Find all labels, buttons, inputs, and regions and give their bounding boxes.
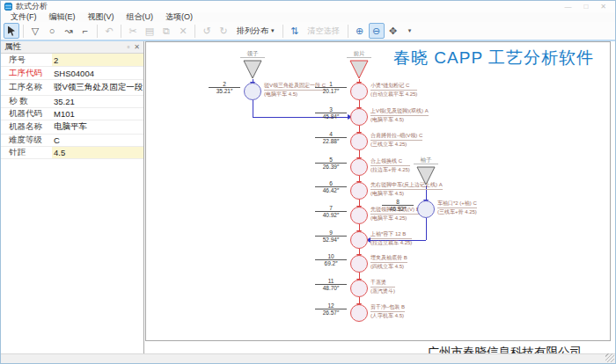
property-value[interactable]: 2	[52, 54, 143, 66]
node-seconds: 26.39″	[315, 164, 347, 171]
maximize-button[interactable]: □	[583, 1, 588, 12]
node-process-name: 干蒸烫	[370, 279, 395, 288]
process-node-7[interactable]	[350, 207, 368, 224]
node-machine: (四线立车 4.5)	[370, 263, 407, 271]
node-seconds: 45.84″	[315, 113, 347, 120]
rotate-right-icon[interactable]: ↻	[216, 23, 231, 39]
zoom-in-icon[interactable]: ⊕	[352, 23, 368, 39]
process-node-3[interactable]	[350, 108, 368, 126]
node-seconds: 22.88″	[315, 138, 347, 145]
node-time-fraction: 740.92″	[315, 205, 347, 219]
node-number: 2	[209, 81, 240, 88]
app-icon	[4, 3, 12, 11]
pan-icon[interactable]: ✥	[385, 23, 401, 39]
delete-icon[interactable]: ✕	[175, 23, 191, 39]
node-time-fraction: 120.17″	[315, 81, 347, 95]
ellipse-tool[interactable]: ○	[44, 23, 60, 39]
node-machine: (电脑平车 4.25)	[370, 215, 420, 222]
status-bar	[1, 353, 615, 363]
close-panel-icon[interactable]: ✕	[134, 43, 140, 51]
node-time-fraction: 846.92″	[382, 199, 414, 213]
process-node-8[interactable]	[417, 200, 435, 218]
node-number: 10	[315, 253, 347, 260]
pointer-tool[interactable]	[4, 23, 19, 39]
property-row: 机器代码M101	[1, 108, 143, 120]
toolbar: ▽○↝⌐↶✂▤⧉✕↺↻排列分布▾⇅清空选择⊕⊖✥▾	[1, 22, 615, 40]
rotate-left-icon[interactable]: ↺	[199, 23, 215, 39]
toolbar-separator	[194, 25, 195, 38]
property-label: 工序代码	[1, 68, 52, 79]
toolbar-separator	[23, 25, 24, 38]
triangle-label: 前片	[347, 50, 371, 58]
property-value[interactable]: 35.21	[52, 96, 143, 107]
process-node-9[interactable]	[350, 231, 368, 249]
node-machine: (三线立车 4.25)	[370, 141, 422, 149]
drawing-canvas[interactable]: 春晓 CAPP 工艺分析软件 领子前片袖子235.21″驳V领三角处及固定一段 …	[145, 41, 611, 341]
node-machine: (自动立裁平车 4.25)	[370, 91, 417, 98]
toolbar-separator	[97, 25, 98, 38]
property-value[interactable]: 电脑平车	[52, 120, 143, 134]
overflow-icon[interactable]: ▾	[402, 23, 418, 39]
properties-panel: 属性 ▫✕ 序号2工序代码SHS04004工序名称驳V领三角处及固定一段秒 数3…	[1, 41, 144, 355]
menu-file[interactable]: 文件(F)	[4, 12, 43, 22]
cut-icon[interactable]: ✂	[125, 23, 141, 39]
property-value[interactable]: M101	[52, 108, 143, 120]
property-value[interactable]: C	[52, 135, 143, 146]
process-node-5[interactable]	[350, 158, 368, 176]
source-triangle-icon[interactable]	[243, 60, 262, 79]
property-label: 序号	[1, 55, 52, 66]
minimize-button[interactable]: —	[564, 1, 571, 12]
node-time-fraction: 646.42″	[315, 180, 347, 194]
property-row: 序号2	[1, 54, 143, 67]
process-node-10[interactable]	[350, 255, 368, 273]
node-time-fraction: 235.21″	[209, 81, 240, 95]
property-label: 针距	[1, 147, 52, 158]
workspace: 属性 ▫✕ 序号2工序代码SHS04004工序名称驳V领三角处及固定一段秒 数3…	[1, 41, 615, 355]
copy-icon[interactable]: ▤	[142, 23, 158, 39]
process-node-2[interactable]	[244, 83, 261, 100]
node-number: 11	[315, 278, 347, 285]
node-seconds: 52.94″	[315, 237, 347, 244]
node-time-fraction: 345.84″	[315, 106, 347, 120]
property-value[interactable]: SHS04004	[52, 67, 143, 79]
menu-options[interactable]: 选项(O)	[159, 12, 199, 22]
node-machine: (拉边车+骨 4.25)	[370, 166, 410, 174]
zoom-out-icon[interactable]: ⊖	[369, 23, 385, 39]
node-seconds: 46.92″	[382, 206, 414, 213]
node-process-name: 埋夹及袖底骨 B	[370, 254, 407, 263]
property-label: 难度等级	[1, 135, 52, 146]
resize-grip-icon[interactable]	[605, 353, 614, 362]
node-process-name: 小烫*缝划粉记 C	[370, 82, 417, 91]
property-value[interactable]: 驳V领三角处及固定一段	[52, 80, 143, 95]
menu-view[interactable]: 视图(V)	[82, 12, 121, 22]
watermark-title: 春晓 CAPP 工艺分析软件	[393, 47, 594, 69]
swap-order-icon[interactable]: ⇅	[287, 23, 303, 39]
polyline-tool[interactable]: ⌐	[77, 23, 93, 39]
source-triangle-icon[interactable]	[349, 60, 369, 79]
property-value[interactable]: 4.5	[52, 147, 143, 158]
triangle-tool[interactable]: ▽	[27, 23, 43, 39]
clear-selection-button[interactable]: 清空选择	[304, 23, 344, 39]
undo-icon[interactable]: ↶	[101, 23, 117, 39]
property-row: 工序代码SHS04004	[1, 67, 143, 80]
property-row: 工序名称驳V领三角处及固定一段	[1, 80, 143, 96]
menu-edit[interactable]: 编辑(E)	[43, 12, 82, 22]
toolbar-separator	[348, 25, 348, 38]
process-node-12[interactable]	[350, 304, 368, 322]
process-node-6[interactable]	[350, 182, 368, 200]
process-node-11[interactable]	[350, 280, 368, 297]
node-machine: (拉边立裁车 4.25)	[370, 239, 412, 247]
toolbar-separator	[282, 25, 283, 38]
node-text: 上V领(见及驳脚)(双线) A(电脑平车 4.5)	[370, 107, 429, 124]
node-text: 干蒸烫(蒸汽烫斗)	[370, 279, 395, 295]
menu-group[interactable]: 组合(U)	[121, 12, 160, 22]
process-node-4[interactable]	[350, 133, 368, 150]
paste-icon[interactable]: ⧉	[158, 23, 174, 39]
property-row: 难度等级C	[1, 135, 143, 147]
arrange-button[interactable]: 排列分布▾	[232, 23, 279, 39]
close-button[interactable]: ✕	[600, 1, 606, 12]
app-window: 款式分析 —□✕ 文件(F)编辑(E)视图(V)组合(U)选项(O) ▽○↝⌐↶…	[0, 0, 616, 364]
curve-tool[interactable]: ↝	[61, 23, 77, 39]
pin-icon[interactable]: ▫	[127, 43, 129, 51]
process-node-1[interactable]	[350, 83, 368, 100]
